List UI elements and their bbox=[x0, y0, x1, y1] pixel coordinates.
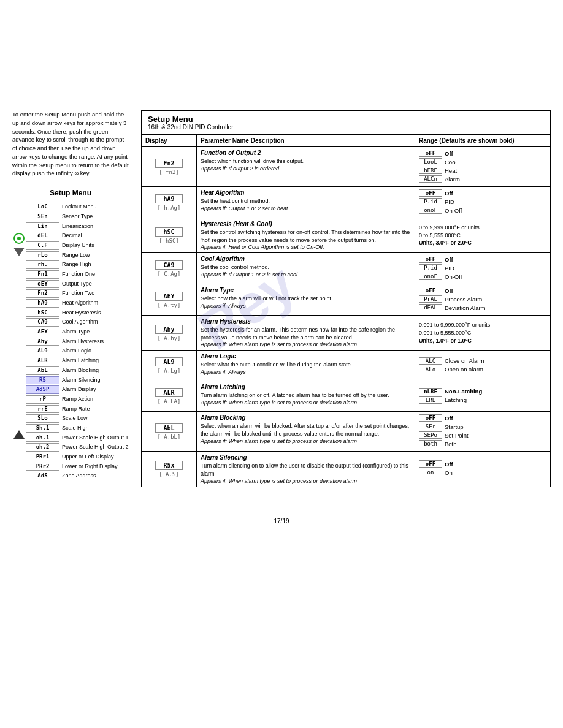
cell-param: Alarm Blocking Select when an alarm will… bbox=[197, 412, 415, 451]
down-arrow-icon bbox=[13, 248, 25, 256]
sidebar-item-psh1: oh.1 Power Scale High Output 1 bbox=[26, 433, 129, 443]
range-code: onoF bbox=[419, 207, 442, 214]
range-item: SEPo Set Point bbox=[419, 431, 546, 439]
sidebar-items-list: LoC Lockout Menu SEn Sensor Type Lin Lin… bbox=[26, 202, 129, 481]
range-code: ALCn bbox=[419, 175, 442, 183]
display-code-main: CA9 bbox=[155, 260, 183, 270]
cell-display: Ahy [ A.hy] bbox=[142, 316, 197, 350]
cell-display: AbL [ A.bL] bbox=[142, 412, 197, 451]
green-circle-icon bbox=[13, 233, 25, 244]
range-item: hERE Heat bbox=[419, 167, 546, 174]
sidebar-code: PRr2 bbox=[26, 463, 59, 471]
range-code: oFF bbox=[419, 256, 442, 263]
range-label: On-Off bbox=[445, 273, 462, 280]
table-row: hA9 [ h.Ag] Heat Algorithm Set the heat … bbox=[142, 187, 550, 218]
range-code: onoF bbox=[419, 273, 442, 280]
sidebar-label: Alarm Logic bbox=[62, 347, 91, 355]
cell-range: oFF Off LooL Cool hERE Heat ALCn Alarm bbox=[415, 147, 550, 186]
param-desc: Select how the alarm will or will not tr… bbox=[201, 295, 411, 303]
cell-param: Hysteresis (Heat & Cool) Set the control… bbox=[197, 218, 415, 252]
range-code: ALC bbox=[419, 357, 442, 365]
range-code: oFF bbox=[419, 460, 442, 468]
range-code: LooL bbox=[419, 158, 442, 165]
range-label: Non-Latching bbox=[445, 388, 482, 395]
cell-display: R5x [ A.S] bbox=[142, 452, 197, 486]
display-code-main: AL9 bbox=[155, 357, 183, 366]
sidebar-code: Sh.1 bbox=[26, 424, 59, 433]
param-desc: Select when an alarm will be blocked. Af… bbox=[201, 422, 411, 438]
page-number: 17/19 bbox=[0, 518, 563, 525]
table-title: Setup Menu bbox=[148, 115, 544, 124]
range-code: on bbox=[419, 469, 442, 476]
sidebar-item-rampaction: rP Ramp Action bbox=[26, 395, 129, 404]
display-code-sub: [ h.Ag] bbox=[158, 205, 181, 211]
range-text: 0 to 9,999.000°F or units0 to 5,555.000°… bbox=[419, 224, 546, 247]
range-item: both Both bbox=[419, 440, 546, 447]
sidebar-label: Ramp Action bbox=[62, 396, 93, 403]
sidebar-label: Scale High bbox=[62, 425, 89, 432]
cell-range: oFF Off on On bbox=[415, 452, 550, 486]
param-appears: Appears if: Always bbox=[201, 303, 411, 309]
sidebar-code: Ahy bbox=[26, 338, 59, 346]
cell-param: Heat Algorithm Set the heat control meth… bbox=[197, 187, 415, 218]
range-label: Deviation Alarm bbox=[445, 305, 486, 311]
sidebar-label: Alarm Hysteresis bbox=[62, 338, 104, 346]
range-label: Alarm bbox=[445, 176, 460, 183]
range-item: P.id PID bbox=[419, 264, 546, 271]
sidebar-code: Fn2 bbox=[26, 289, 59, 298]
range-code: SEr bbox=[419, 423, 442, 430]
param-appears: Appears if: If output 2 is ordered bbox=[201, 165, 411, 172]
col-header-param: Parameter Name Description bbox=[197, 135, 415, 146]
param-appears: Appears if: Output 1 or 2 set to heat bbox=[201, 205, 411, 211]
range-code: P.id bbox=[419, 198, 442, 205]
sidebar-item-lockout: LoC Lockout Menu bbox=[26, 202, 129, 212]
display-code-sub: [ A.hy] bbox=[158, 335, 181, 341]
cell-display: Fn2 [ fn2] bbox=[142, 147, 197, 186]
sidebar-code: rrE bbox=[26, 405, 59, 414]
range-label: Process Alarm bbox=[445, 296, 482, 303]
sidebar-item-alarmhyst: Ahy Alarm Hysteresis bbox=[26, 337, 129, 347]
cell-display: CA9 [ C.Ag] bbox=[142, 253, 197, 284]
param-name: Alarm Blocking bbox=[201, 414, 411, 421]
sidebar-label: Power Scale High Output 2 bbox=[62, 444, 129, 451]
display-code-main: R5x bbox=[155, 461, 183, 470]
sidebar-label: Alarm Silencing bbox=[62, 377, 101, 384]
table-header: Setup Menu 16th & 32nd DIN PID Controlle… bbox=[142, 111, 550, 135]
param-appears: Appears if: If Output 1 or 2 is set to c… bbox=[201, 271, 411, 278]
cell-param: Alarm Latching Turn alarm latching on or… bbox=[197, 381, 415, 411]
range-item: PrAL Process Alarm bbox=[419, 295, 546, 303]
sidebar-code: PRr1 bbox=[26, 453, 59, 461]
sidebar-label: Alarm Latching bbox=[62, 357, 99, 365]
param-name: Function of Output 2 bbox=[201, 150, 411, 156]
sidebar-item-decimal: dEL Decimal bbox=[26, 231, 129, 241]
sidebar-code: SLo bbox=[26, 414, 59, 423]
sidebar-item-alarmlogic: AL9 Alarm Logic bbox=[26, 346, 129, 356]
sidebar-item-rangelow: rLo Range Low bbox=[26, 251, 129, 260]
range-label: On-Off bbox=[445, 207, 462, 214]
range-label: Set Point bbox=[445, 432, 469, 439]
range-label: PID bbox=[445, 265, 454, 271]
sidebar-item-sensor: SEn Sensor Type bbox=[26, 212, 129, 222]
sidebar-item-prr2: PRr2 Lower or Right Display bbox=[26, 462, 129, 472]
sidebar-item-zone: AdS Zone Address bbox=[26, 471, 129, 481]
range-label: Off bbox=[445, 190, 453, 197]
sidebar-item-scalelow: SLo Scale Low bbox=[26, 414, 129, 423]
range-label: On bbox=[445, 469, 453, 476]
sidebar-code: oh.2 bbox=[26, 443, 59, 452]
range-label: Cool bbox=[445, 159, 457, 165]
table-row: hSC [ hSC] Hysteresis (Heat & Cool) Set … bbox=[142, 218, 550, 253]
range-label: Startup bbox=[445, 423, 464, 430]
param-appears: Appears if: When alarm type is set to pr… bbox=[201, 478, 411, 484]
display-code-main: Fn2 bbox=[155, 159, 183, 168]
sidebar-label: Function Two bbox=[62, 290, 94, 297]
sidebar-code: R5 bbox=[26, 376, 59, 385]
sidebar-item-dispunits: C.F Display Units bbox=[26, 241, 129, 251]
sidebar-label: Scale Low bbox=[62, 415, 88, 422]
range-item: LooL Cool bbox=[419, 158, 546, 165]
sidebar-label: Range High bbox=[62, 261, 91, 268]
range-code: both bbox=[419, 440, 442, 447]
display-code-main: ALR bbox=[155, 388, 183, 397]
param-desc: Set the heat control method. bbox=[201, 197, 411, 205]
range-code: oFF bbox=[419, 287, 442, 294]
sidebar-code: AdS bbox=[26, 472, 59, 480]
